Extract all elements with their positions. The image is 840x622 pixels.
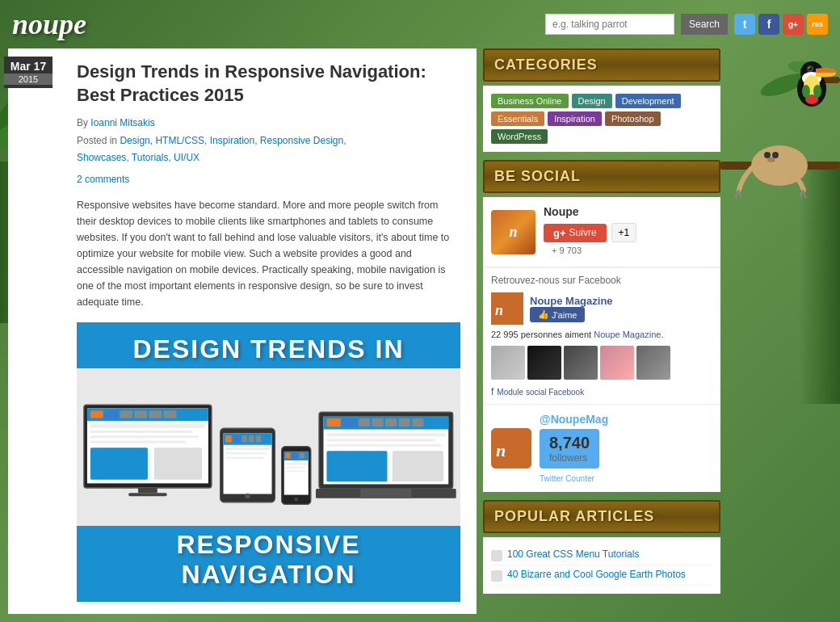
gplus-follow-button[interactable]: g+ Suivre	[544, 224, 607, 242]
search-input[interactable]	[545, 14, 674, 35]
svg-rect-53	[225, 435, 232, 443]
svg-rect-36	[90, 410, 103, 418]
svg-rect-48	[138, 488, 158, 493]
twitter-followers-label: followers	[549, 452, 590, 464]
categories-title: CATEGORIES	[494, 57, 709, 74]
date-year: 2015	[4, 74, 52, 85]
fb-photo-3	[564, 346, 598, 380]
svg-rect-86	[393, 451, 443, 481]
logo[interactable]: noupe	[12, 7, 86, 41]
article-feature-image: DESIGN TRENDS IN	[77, 322, 460, 602]
svg-rect-56	[249, 435, 254, 443]
article-img-bottom: RESPONSIVE NAVIGATION	[77, 526, 460, 602]
sidebar: CATEGORIES Business Online Design Develo…	[477, 48, 727, 614]
facebook-photos	[491, 346, 712, 380]
rss-header-icon[interactable]: rss	[807, 14, 828, 35]
svg-rect-66	[292, 452, 297, 458]
svg-rect-43	[90, 431, 192, 433]
categories-tags: Business Online Design Development Essen…	[491, 94, 712, 144]
be-social-box: n Noupe g+ Suivre +1 + 9 703 Retrouvez-n…	[483, 197, 720, 492]
facebook-like-button[interactable]: 👍 J'aime	[530, 307, 585, 322]
search-button[interactable]: Search	[681, 14, 728, 35]
cat-inspiration[interactable]: Inspiration	[548, 111, 602, 126]
svg-rect-38	[120, 410, 132, 418]
cat-development[interactable]: Development	[615, 94, 681, 108]
article-author[interactable]: Ioanni Mitsakis	[90, 117, 154, 128]
popular-item-1[interactable]: 100 Great CSS Menu Tutorials	[491, 545, 712, 565]
svg-rect-82	[327, 433, 446, 436]
facebook-fans-link[interactable]: Noupe Magazine	[594, 330, 661, 339]
gplus-widget: n Noupe g+ Suivre +1 + 9 703	[483, 197, 720, 267]
gplus-one-button[interactable]: +1	[611, 223, 637, 242]
content-area: Mar 17 2015 Design Trends in Responsive …	[8, 48, 477, 614]
twitter-counter-link[interactable]: Twitter Counter	[540, 474, 594, 483]
twitter-header-icon[interactable]: t	[734, 14, 755, 35]
svg-rect-68	[285, 463, 307, 464]
twitter-section: n @NoupeMag 8,740 followers Twitter Coun…	[483, 404, 720, 492]
svg-rect-59	[225, 452, 267, 454]
svg-rect-37	[105, 410, 118, 418]
article-posted-in: Posted in	[77, 135, 117, 146]
svg-rect-39	[134, 410, 147, 418]
facebook-header-icon[interactable]: f	[758, 14, 779, 35]
facebook-section: Retrouvez-nous sur Facebook n Noupe Maga…	[483, 267, 720, 404]
laptop-device-icon	[316, 397, 456, 514]
article-comments-link[interactable]: 2 comments	[77, 174, 460, 185]
cat-design[interactable]: Design	[572, 94, 612, 108]
fb-photo-1	[491, 346, 525, 380]
article-cat-uiux[interactable]: UI/UX	[174, 152, 200, 163]
svg-rect-46	[90, 448, 148, 479]
article-cat-htmlcss[interactable]: HTML/CSS	[155, 135, 204, 146]
twitter-handle[interactable]: @NoupeMag	[540, 413, 608, 426]
fb-photo-5	[636, 346, 670, 380]
article-cat-tutorials[interactable]: Tutorials	[132, 152, 169, 163]
popular-item-2[interactable]: 40 Bizarre and Cool Google Earth Photos	[491, 565, 712, 586]
fb-photo-2	[527, 346, 561, 380]
article-cat-responsive[interactable]: Responsive Design	[260, 135, 343, 146]
svg-rect-79	[385, 418, 397, 427]
svg-point-71	[294, 498, 298, 502]
gplus-followers-count: + 9 703	[544, 242, 712, 258]
svg-text:n: n	[496, 440, 506, 460]
svg-rect-41	[164, 410, 177, 418]
svg-text:n: n	[495, 302, 503, 318]
article-content: Design Trends in Responsive Navigation: …	[24, 61, 460, 602]
tablet-device-icon	[219, 417, 276, 514]
cat-photoshop[interactable]: Photoshop	[605, 111, 661, 126]
svg-point-61	[245, 494, 250, 498]
article-by: By	[77, 117, 90, 128]
facebook-header: Retrouvez-nous sur Facebook	[491, 275, 712, 286]
main-container: Mar 17 2015 Design Trends in Responsive …	[0, 48, 840, 614]
svg-rect-80	[399, 418, 410, 427]
facebook-fans-text: 22 995 personnes aiment Noupe Magazine.	[491, 330, 712, 339]
svg-rect-54	[233, 435, 240, 443]
svg-rect-75	[327, 418, 341, 427]
popular-articles-box: 100 Great CSS Menu Tutorials 40 Bizarre …	[483, 537, 720, 594]
facebook-module-link[interactable]: f Module social Facebook	[491, 386, 712, 397]
article-cat-showcases[interactable]: Showcases	[77, 152, 126, 163]
article-cat-inspiration[interactable]: Inspiration	[210, 135, 254, 146]
gplus-follow-row: g+ Suivre +1	[544, 223, 712, 242]
twitter-followers-count: 8,740	[549, 434, 590, 452]
header-right: Search t f g+ rss	[545, 14, 828, 35]
cat-wordpress[interactable]: WordPress	[491, 129, 548, 144]
date-month-day: Mar 17	[4, 60, 52, 74]
devices-mockup	[77, 368, 460, 526]
gplus-header-icon[interactable]: g+	[783, 14, 804, 35]
facebook-page-name[interactable]: Noupe Magazine	[530, 295, 613, 307]
svg-rect-81	[413, 418, 424, 427]
popular-articles-banner: POPULAR ARTICLES	[483, 500, 720, 533]
svg-rect-78	[372, 418, 384, 427]
cat-business-online[interactable]: Business Online	[491, 94, 569, 108]
svg-rect-88	[361, 489, 412, 498]
facebook-avatar: n	[491, 292, 523, 325]
svg-rect-84	[327, 444, 442, 447]
phone-device-icon	[280, 437, 312, 514]
twitter-avatar: n	[491, 428, 531, 469]
svg-rect-40	[149, 410, 162, 418]
svg-rect-42	[90, 424, 205, 428]
svg-rect-55	[242, 435, 246, 443]
be-social-banner: BE SOCIAL	[483, 160, 720, 193]
cat-essentials[interactable]: Essentials	[491, 111, 544, 126]
article-cat-design[interactable]: Design	[120, 135, 149, 146]
